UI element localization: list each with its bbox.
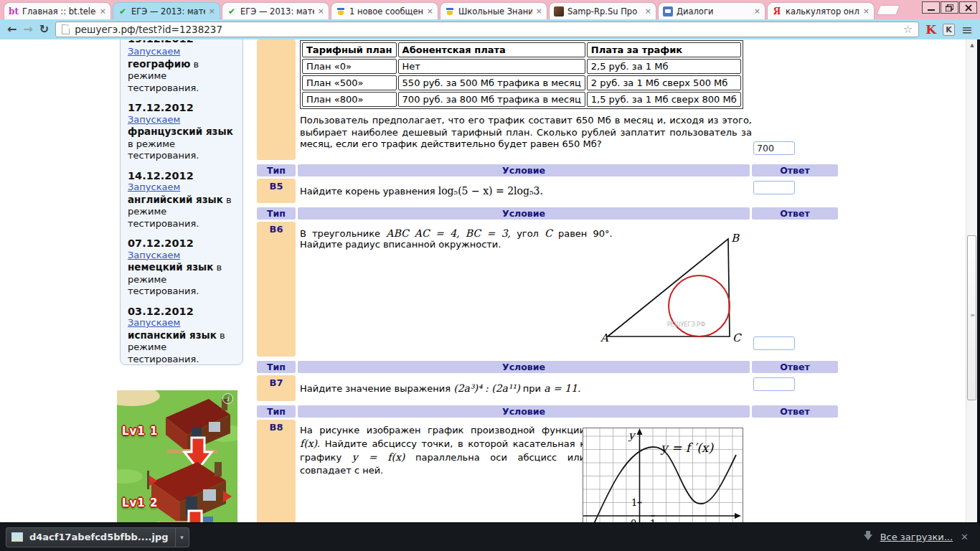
header-type: Тип: [257, 361, 296, 373]
reload-icon[interactable]: ↻: [39, 24, 49, 35]
scroll-up-icon[interactable]: ▲: [966, 42, 978, 48]
chevron-down-icon[interactable]: ▾: [176, 534, 189, 541]
news-bold: французский язык: [128, 126, 233, 137]
question-type-cell: В8: [257, 420, 296, 522]
menu-icon[interactable]: ≡: [961, 23, 973, 37]
news-date: 14.12.2012: [128, 170, 235, 182]
tab-close-icon[interactable]: ×: [863, 8, 870, 15]
news-link[interactable]: Запускаем: [128, 317, 180, 328]
y-axis-label: y: [628, 429, 636, 442]
restore-icon: [946, 4, 953, 11]
tariff-cell: 2,5 руб. за 1 Мб: [587, 59, 741, 74]
question-condition: Тарифный план Абонентская плата Плата за…: [298, 39, 750, 160]
image-thumbnail-icon: [11, 532, 23, 542]
tab-ege-2[interactable]: ✔ ЕГЭ — 2013: мате ×: [222, 2, 329, 19]
tariff-cell: 1,5 руб. за 1 Мб сверх 800 Мб: [587, 92, 741, 107]
tab-new-message[interactable]: 1 новое сообщен ×: [331, 2, 438, 19]
text-part: параллельна оси абсцисс или совпадает с …: [300, 452, 585, 476]
minimize-button[interactable]: [922, 1, 940, 14]
answer-input-b7[interactable]: [753, 377, 795, 391]
tab-samp[interactable]: Samp-Rp.Su Про ×: [549, 2, 656, 19]
news-link[interactable]: Запускаем: [128, 114, 180, 125]
game-ad-banner[interactable]: Lv1 1 Lv1 2 i: [117, 390, 237, 522]
news-link[interactable]: Запускаем: [128, 46, 180, 57]
tab-title: ЕГЭ — 2013: мате: [240, 6, 314, 17]
restore-button[interactable]: [941, 1, 958, 14]
tab-close-icon[interactable]: ×: [209, 8, 215, 15]
address-bar[interactable]: решуегэ.рф/test?id=1238237 ☆: [55, 22, 919, 37]
back-icon[interactable]: ←: [7, 24, 17, 35]
forward-icon[interactable]: →: [23, 24, 32, 35]
download-bar-close-icon[interactable]: ✕: [961, 532, 969, 542]
question-type-cell: [257, 39, 296, 160]
question-type-cell: В7: [257, 375, 296, 401]
bookmark-star-icon[interactable]: ☆: [903, 23, 913, 36]
tab-close-icon[interactable]: ×: [645, 8, 651, 15]
question-row-b5: В5 Найдите корень уравнения log₅(5 − x) …: [257, 179, 839, 203]
browser-window: bt Главная :: bt.telec × ✔ ЕГЭ — 2013: м…: [0, 0, 980, 551]
news-sidebar: 19.12.2012 Запускаем географию в режиме …: [120, 39, 243, 365]
tab-ege-active[interactable]: ✔ ЕГЭ — 2013: мате ×: [113, 2, 220, 19]
tab-close-icon[interactable]: ×: [100, 8, 106, 15]
tab-close-icon[interactable]: ×: [754, 8, 760, 15]
tab-znania[interactable]: Школьные Знани ×: [440, 2, 547, 19]
question-row-b6: В6 В треугольнике ABC AC = 4, BC = 3, уг…: [257, 222, 839, 357]
answer-input-b4[interactable]: [753, 141, 795, 155]
tab-close-icon[interactable]: ×: [318, 8, 324, 15]
question-condition: В треугольнике ABC AC = 4, BC = 3, угол …: [298, 222, 750, 357]
tab-strip: bt Главная :: bt.telec × ✔ ЕГЭ — 2013: м…: [0, 0, 980, 19]
math-expression: log₅(5 − x) = 2log₅3.: [438, 185, 543, 197]
ad-info-icon[interactable]: i: [222, 393, 233, 404]
table-header-row: Тип Условие Ответ: [257, 207, 839, 220]
table-header-row: Тип Условие Ответ: [257, 361, 839, 373]
extension-k-icon[interactable]: K: [943, 24, 955, 36]
question-type-cell: В6: [257, 222, 296, 357]
math-expression: (2a³)⁴ : (2a¹¹): [453, 382, 519, 394]
tariff-cell: План «800»: [302, 92, 397, 107]
function-label: y = f ′(x): [660, 441, 714, 455]
question-row-b7: В7 Найдите значение выражения (2a³)⁴ : (…: [257, 375, 839, 401]
math-part: ABC: [386, 227, 408, 239]
tariff-header: Абонентская плата: [398, 42, 585, 57]
tariff-cell: Нет: [398, 59, 585, 74]
news-item: Запускаем французский язык в режиме тест…: [128, 114, 235, 162]
download-item[interactable]: d4acf17abefcd5bfbb....jpg ▾: [6, 527, 189, 547]
header-answer: Ответ: [752, 405, 838, 418]
answer-input-b5[interactable]: [753, 181, 795, 194]
question-list: Тарифный план Абонентская плата Плата за…: [257, 39, 839, 522]
znania-favicon-icon: [336, 6, 346, 17]
kaspersky-icon[interactable]: K: [925, 22, 936, 37]
chat-favicon-icon: [663, 6, 673, 17]
math-part: BC = 3,: [466, 227, 511, 239]
scrollbar-thumb[interactable]: ≡: [967, 235, 976, 400]
znania-favicon-icon: [445, 6, 455, 17]
ad-level2-label: Lv1 2: [122, 496, 158, 509]
text-part: На рисунке изображен график производной …: [300, 425, 585, 435]
check-favicon-icon: ✔: [227, 6, 237, 17]
answer-input-b6[interactable]: [753, 336, 795, 350]
all-downloads-link[interactable]: Все загрузки...: [880, 532, 953, 542]
download-bar: d4acf17abefcd5bfbb....jpg ▾ Все загрузки…: [0, 522, 980, 551]
tab-close-icon[interactable]: ×: [427, 8, 433, 15]
header-condition: Условие: [298, 207, 750, 220]
news-link[interactable]: Запускаем: [128, 182, 180, 192]
header-condition: Условие: [298, 164, 750, 176]
tab-title: 1 новое сообщен: [349, 6, 423, 17]
page-icon: [62, 24, 70, 34]
tab-calculator[interactable]: Я калькулятор онл ×: [767, 2, 875, 19]
new-tab-button[interactable]: [876, 5, 900, 15]
news-date: 03.12.2012: [128, 306, 235, 318]
close-button[interactable]: [959, 1, 977, 14]
vertical-scrollbar[interactable]: ▲ ≡: [966, 39, 977, 522]
tab-bt-telecom[interactable]: bt Главная :: bt.telec ×: [4, 2, 111, 19]
tab-dialogs[interactable]: Диалоги ×: [658, 2, 765, 19]
news-bold: испанский язык: [128, 329, 217, 341]
url-text[interactable]: решуегэ.рф/test?id=1238237: [75, 24, 222, 35]
samp-favicon-icon: [554, 6, 564, 17]
question-condition: Найдите значение выражения (2a³)⁴ : (2a¹…: [298, 375, 750, 401]
tab-close-icon[interactable]: ×: [536, 8, 542, 15]
news-date: 07.12.2012: [128, 237, 235, 250]
news-link[interactable]: Запускаем: [128, 250, 180, 260]
tariff-cell: 700 руб. за 800 Мб трафика в месяц: [398, 92, 585, 107]
header-answer: Ответ: [752, 164, 838, 176]
